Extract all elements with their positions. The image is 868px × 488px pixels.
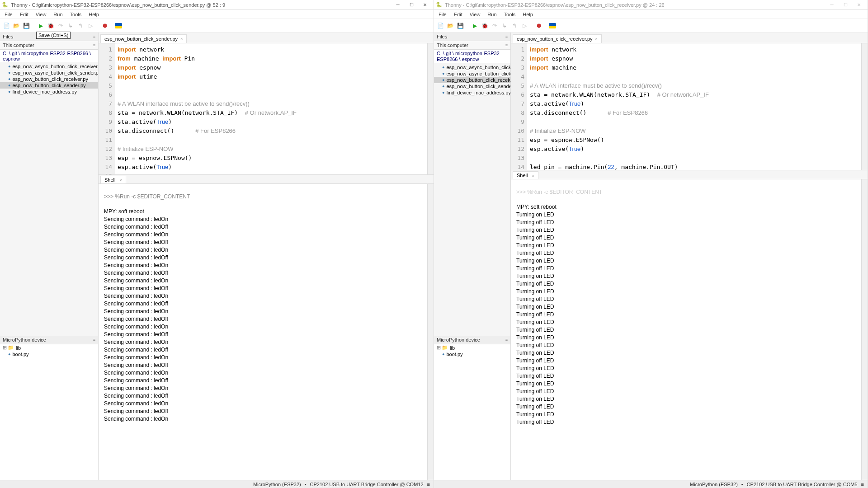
resume-button[interactable]: ▷ xyxy=(86,21,95,30)
this-computer-header[interactable]: This computer ≡ xyxy=(0,41,98,50)
device-panel-header[interactable]: MicroPython device ≡ xyxy=(434,336,510,344)
support-ukraine-button[interactable] xyxy=(549,23,556,28)
breadcrumb[interactable]: C: \ git \ micropython-ESP32-ESP8266 \ e… xyxy=(0,50,98,62)
folder-item[interactable]: ⊞📁lib xyxy=(434,344,510,351)
panel-menu-icon[interactable]: ≡ xyxy=(93,338,95,342)
menu-edit[interactable]: Edit xyxy=(450,11,466,18)
file-item[interactable]: ●esp_now_button_click_receiver.py xyxy=(0,76,98,82)
editor-tab[interactable]: esp_now_button_click_sender.py × xyxy=(100,34,187,43)
close-shell-icon[interactable]: × xyxy=(532,174,534,178)
open-file-button[interactable]: 📂 xyxy=(446,21,455,30)
status-menu-icon[interactable]: ≡ xyxy=(861,482,864,487)
code-text[interactable]: import network import espnow import mach… xyxy=(527,43,861,170)
file-item[interactable]: ●esp_now_async_button_click_sender.py xyxy=(0,70,98,76)
expand-icon[interactable]: ⊞ xyxy=(437,345,441,351)
support-ukraine-button[interactable] xyxy=(115,23,122,28)
minimize-button[interactable]: ─ xyxy=(825,0,839,9)
run-button[interactable]: ▶ xyxy=(470,21,479,30)
file-item[interactable]: ●esp_now_button_click_receiver. xyxy=(434,77,510,83)
close-button[interactable]: ✕ xyxy=(852,0,866,9)
menu-view[interactable]: View xyxy=(32,11,50,18)
shell-scrollbar[interactable] xyxy=(427,184,434,480)
sidebar: Files ≡ This computer ≡ C: \ git \ micro… xyxy=(0,33,99,480)
menu-help[interactable]: Help xyxy=(85,11,103,18)
file-item[interactable]: ●boot.py xyxy=(0,351,98,357)
files-panel-header[interactable]: Files ≡ xyxy=(434,33,510,41)
menu-edit[interactable]: Edit xyxy=(16,11,32,18)
expand-icon[interactable]: ⊞ xyxy=(3,345,7,351)
close-button[interactable]: ✕ xyxy=(418,0,432,9)
shell-tab[interactable]: Shell × xyxy=(513,171,538,179)
close-shell-icon[interactable]: × xyxy=(120,178,122,183)
step-into-button[interactable]: ↳ xyxy=(500,21,509,30)
close-tab-icon[interactable]: × xyxy=(180,37,183,41)
panel-menu-icon[interactable]: ≡ xyxy=(505,338,508,342)
file-item[interactable]: ●esp_now_button_click_sender.p xyxy=(434,83,510,89)
editor-tab[interactable]: esp_now_button_click_receiver.py × xyxy=(513,34,602,43)
title-bar[interactable]: 🐍 Thonny - C:\git\micropython-ESP32-ESP8… xyxy=(0,0,434,10)
status-interpreter[interactable]: MicroPython (ESP32) xyxy=(690,482,738,487)
menu-tools[interactable]: Tools xyxy=(66,11,85,18)
debug-button[interactable]: 🐞 xyxy=(480,21,489,30)
status-port[interactable]: CP2102 USB to UART Bridge Controller @ C… xyxy=(310,482,424,487)
python-file-icon: ● xyxy=(442,352,444,357)
file-item[interactable]: ●esp_now_button_click_sender.py xyxy=(0,82,98,89)
menu-help[interactable]: Help xyxy=(519,11,537,18)
file-item[interactable]: ●esp_now_async_button_click_re xyxy=(434,64,510,70)
code-text[interactable]: import network from machine import Pin i… xyxy=(115,43,427,174)
maximize-button[interactable]: ☐ xyxy=(839,0,852,9)
file-item[interactable]: ●boot.py xyxy=(434,351,510,357)
panel-menu-icon[interactable]: ≡ xyxy=(505,43,508,47)
menu-file[interactable]: File xyxy=(1,11,16,18)
run-button[interactable]: ▶ xyxy=(36,21,45,30)
panel-menu-icon[interactable]: ≡ xyxy=(93,43,95,47)
stop-button[interactable]: ⬢ xyxy=(100,21,109,30)
panel-options-icon[interactable]: ≡ xyxy=(93,34,95,39)
menu-view[interactable]: View xyxy=(466,11,484,18)
open-file-button[interactable]: 📂 xyxy=(12,21,21,30)
status-port[interactable]: CP2102 USB to UART Bridge Controller @ C… xyxy=(747,482,858,487)
status-menu-icon[interactable]: ≡ xyxy=(427,482,430,487)
shell-scrollbar[interactable] xyxy=(861,179,868,480)
close-tab-icon[interactable]: × xyxy=(595,37,598,41)
resume-button[interactable]: ▷ xyxy=(520,21,529,30)
panel-options-icon[interactable]: ≡ xyxy=(505,34,508,39)
thonny-icon: 🐍 xyxy=(436,2,442,8)
new-file-button[interactable]: 📄 xyxy=(436,21,445,30)
stop-button[interactable]: ⬢ xyxy=(534,21,543,30)
save-file-button[interactable]: 💾 xyxy=(22,21,31,30)
shell-output[interactable]: >>> %Run -c $EDITOR_CONTENT MPY: soft re… xyxy=(99,184,434,480)
files-label: Files xyxy=(437,34,447,39)
code-editor[interactable]: 123456789101112131415161718 import netwo… xyxy=(511,43,868,170)
minimize-button[interactable]: ─ xyxy=(391,0,405,9)
code-editor[interactable]: 12345678910111213141516171819 import net… xyxy=(99,43,434,174)
step-over-button[interactable]: ↷ xyxy=(490,21,499,30)
step-into-button[interactable]: ↳ xyxy=(66,21,75,30)
file-item[interactable]: ●esp_now_async_button_click_se xyxy=(434,70,510,77)
shell-tab[interactable]: Shell × xyxy=(100,176,126,183)
debug-button[interactable]: 🐞 xyxy=(46,21,55,30)
breadcrumb[interactable]: C: \ git \ micropython-ESP32-ESP8266 \ e… xyxy=(434,50,510,63)
menu-run[interactable]: Run xyxy=(484,11,500,18)
title-bar[interactable]: 🐍 Thonny - C:\git\micropython-ESP32-ESP8… xyxy=(434,0,868,10)
window-title: Thonny - C:\git\micropython-ESP32-ESP826… xyxy=(445,2,825,8)
device-panel-header[interactable]: MicroPython device ≡ xyxy=(0,336,98,344)
folder-item[interactable]: ⊞📁lib xyxy=(0,344,98,351)
menu-run[interactable]: Run xyxy=(50,11,66,18)
save-file-button[interactable]: 💾 xyxy=(456,21,465,30)
new-file-button[interactable]: 📄 xyxy=(2,21,11,30)
step-out-button[interactable]: ↰ xyxy=(510,21,519,30)
status-interpreter[interactable]: MicroPython (ESP32) xyxy=(253,482,301,487)
menu-tools[interactable]: Tools xyxy=(500,11,519,18)
maximize-button[interactable]: ☐ xyxy=(405,0,418,9)
step-over-button[interactable]: ↷ xyxy=(56,21,65,30)
file-item[interactable]: ●find_device_mac_address.py xyxy=(0,89,98,95)
this-computer-header[interactable]: This computer ≡ xyxy=(434,41,510,50)
menu-file[interactable]: File xyxy=(435,11,450,18)
step-out-button[interactable]: ↰ xyxy=(76,21,85,30)
editor-scrollbar[interactable] xyxy=(861,43,868,170)
shell-output[interactable]: >>> %Run -c $EDITOR_CONTENT MPY: soft re… xyxy=(511,179,868,480)
file-item[interactable]: ●find_device_mac_address.py xyxy=(434,89,510,96)
editor-scrollbar[interactable] xyxy=(427,43,434,174)
file-item[interactable]: ●esp_now_async_button_click_receiver.py xyxy=(0,63,98,70)
